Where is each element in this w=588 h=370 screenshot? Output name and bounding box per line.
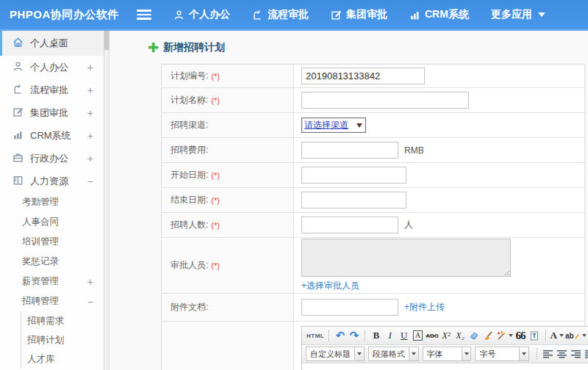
sidebar-item-talent-pool[interactable]: 人才库 bbox=[21, 349, 104, 369]
font-family-select[interactable]: 字体 bbox=[423, 347, 462, 361]
eraser-icon[interactable] bbox=[468, 329, 481, 343]
expand-indicator[interactable]: + bbox=[87, 130, 93, 142]
nav-item-label: 更多应用 bbox=[491, 8, 532, 21]
resize-handle-icon[interactable] bbox=[503, 269, 509, 275]
page-header: ✚ 新增招聘计划 bbox=[110, 31, 588, 64]
form-row-channel: 招聘渠道: 请选择渠道 bbox=[162, 113, 584, 138]
align-left-button[interactable] bbox=[542, 347, 554, 361]
blockquote-button[interactable]: 66 bbox=[514, 329, 527, 343]
nav-crm-system[interactable]: CRM系统 bbox=[409, 8, 469, 21]
edit-icon bbox=[12, 106, 24, 120]
field-label: 计划名称: (*) bbox=[162, 88, 294, 112]
sidebar-item-personal-office[interactable]: 个人办公 + bbox=[0, 56, 104, 79]
sidebar-item-label: 招聘管理 bbox=[22, 295, 59, 308]
sidebar-item-attendance[interactable]: 考勤管理 bbox=[0, 192, 104, 212]
sidebar-item-label: 流程审批 bbox=[30, 84, 68, 97]
underline-button[interactable]: U bbox=[398, 329, 410, 343]
end-date-input[interactable] bbox=[301, 192, 406, 208]
app-logo: PHPOA协同办公软件 bbox=[0, 8, 137, 22]
italic-button[interactable]: I bbox=[384, 329, 396, 343]
char-border-button[interactable]: A bbox=[413, 330, 423, 341]
hr-submenu: 考勤管理 人事合同 培训管理 奖惩记录 薪资管理+ 招聘管理− bbox=[0, 192, 104, 311]
format-brush-icon[interactable] bbox=[482, 329, 495, 343]
heading-select[interactable]: 自定义标题 bbox=[306, 347, 355, 361]
align-center-button[interactable] bbox=[556, 347, 568, 361]
paste-icon[interactable] bbox=[528, 329, 541, 343]
expand-indicator[interactable]: + bbox=[87, 153, 93, 164]
editor-content-area[interactable] bbox=[302, 363, 588, 370]
sidebar-item-training[interactable]: 培训管理 bbox=[0, 232, 104, 252]
sidebar-item-desktop[interactable]: 个人桌面 bbox=[0, 31, 104, 56]
approvers-textarea[interactable] bbox=[301, 239, 511, 277]
sidebar-item-label: 考勤管理 bbox=[22, 196, 59, 208]
toolbar-separator bbox=[329, 330, 329, 341]
nav-more-apps[interactable]: 更多应用 bbox=[491, 8, 545, 21]
sidebar-item-hr-contract[interactable]: 人事合同 bbox=[0, 212, 104, 232]
sidebar-item-recruit-demand[interactable]: 招聘需求 bbox=[21, 311, 104, 330]
required-mark: (*) bbox=[211, 96, 220, 105]
paragraph-select[interactable]: 段落格式 bbox=[368, 347, 409, 361]
sidebar-item-label: 招聘需求 bbox=[27, 315, 64, 327]
caret-down-icon bbox=[509, 334, 513, 337]
headcount-input[interactable] bbox=[301, 217, 398, 233]
rich-text-editor: HTML ↶ ↷ B I U A ABC X² bbox=[301, 326, 588, 370]
nav-item-label: 个人办公 bbox=[189, 8, 230, 21]
caret-down-icon[interactable] bbox=[355, 347, 365, 361]
expand-indicator[interactable]: + bbox=[87, 62, 93, 73]
align-right-button[interactable] bbox=[570, 347, 582, 361]
expand-indicator[interactable]: + bbox=[87, 84, 93, 96]
caret-down-icon[interactable] bbox=[520, 347, 529, 361]
caret-down-icon[interactable] bbox=[462, 347, 472, 361]
superscript-button[interactable]: X² bbox=[440, 329, 453, 343]
undo-icon[interactable]: ↶ bbox=[334, 329, 346, 343]
briefcase-icon bbox=[12, 152, 24, 165]
font-color-button[interactable]: A bbox=[551, 329, 564, 343]
plan-name-input[interactable] bbox=[301, 92, 469, 109]
nav-workflow-approval[interactable]: 流程审批 bbox=[252, 8, 309, 21]
field-label: 招聘渠道: bbox=[162, 113, 294, 137]
fee-input[interactable] bbox=[301, 142, 398, 159]
sidebar-item-label: 薪资管理 bbox=[22, 275, 59, 288]
bold-button[interactable]: B bbox=[370, 329, 382, 343]
channel-select[interactable]: 请选择渠道 bbox=[301, 117, 366, 133]
nav-personal-office[interactable]: 个人办公 bbox=[173, 8, 230, 21]
person-icon bbox=[173, 10, 184, 21]
label-text: 计划编号: bbox=[171, 70, 208, 82]
nav-item-label: 集团审批 bbox=[346, 8, 387, 21]
sidebar-item-recruitment[interactable]: 招聘管理− bbox=[0, 291, 104, 311]
sidebar-item-label: CRM系统 bbox=[30, 129, 71, 142]
caret-down-icon[interactable] bbox=[409, 347, 419, 361]
sidebar-item-recruit-plan[interactable]: 招聘计划 bbox=[21, 330, 104, 349]
sidebar-item-crm[interactable]: CRM系统 + bbox=[0, 124, 104, 147]
sidebar-item-rewards[interactable]: 奖惩记录 bbox=[0, 252, 104, 272]
label-text: 开始日期: bbox=[171, 169, 208, 181]
subscript-button[interactable]: X₂ bbox=[454, 329, 467, 343]
expand-indicator[interactable]: − bbox=[87, 175, 93, 187]
sidebar-scrollbar[interactable] bbox=[104, 31, 110, 370]
sidebar-item-label: 人力资源 bbox=[30, 175, 68, 188]
strikethrough-button[interactable]: ABC bbox=[426, 329, 438, 343]
sidebar-item-salary[interactable]: 薪资管理+ bbox=[0, 272, 104, 291]
align-justify-button[interactable] bbox=[584, 347, 588, 361]
attachment-input[interactable] bbox=[301, 299, 398, 316]
expand-indicator[interactable]: − bbox=[87, 296, 93, 308]
menu-toggle-icon[interactable] bbox=[137, 10, 151, 20]
expand-indicator[interactable]: + bbox=[87, 107, 93, 119]
redo-icon[interactable]: ↷ bbox=[348, 329, 360, 343]
html-source-button[interactable]: HTML bbox=[306, 329, 324, 343]
attachment-upload-link[interactable]: +附件上传 bbox=[404, 301, 445, 313]
expand-indicator[interactable]: + bbox=[87, 276, 93, 288]
form-row-attachment: 附件文档: +附件上传 bbox=[162, 294, 584, 322]
text-highlight-button[interactable]: ab bbox=[565, 329, 587, 343]
sidebar-item-admin-office[interactable]: 行政办公 + bbox=[0, 147, 104, 170]
sidebar-item-hr[interactable]: 人力资源 − bbox=[0, 170, 104, 192]
field-label: 招聘人数: (*) bbox=[162, 213, 294, 237]
plan-no-input[interactable] bbox=[301, 68, 425, 84]
nav-group-approval[interactable]: 集团审批 bbox=[331, 8, 387, 21]
sidebar-item-workflow-approval[interactable]: 流程审批 + bbox=[0, 79, 104, 101]
font-size-select[interactable]: 字号 bbox=[475, 347, 520, 361]
highlight-pen-icon[interactable] bbox=[496, 329, 513, 343]
sidebar-item-group-approval[interactable]: 集团审批 + bbox=[0, 101, 104, 124]
select-approvers-link[interactable]: +选择审批人员 bbox=[301, 280, 359, 292]
start-date-input[interactable] bbox=[301, 167, 406, 184]
